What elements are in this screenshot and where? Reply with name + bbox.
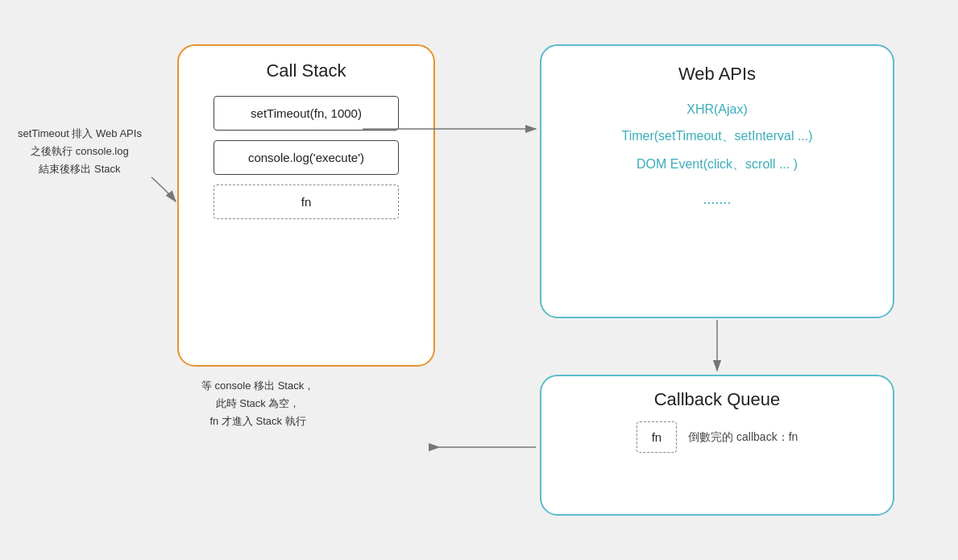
callback-fn-row: fn 倒數完的 callback：fn [637,421,798,453]
callback-label: 倒數完的 callback：fn [688,430,798,445]
annotation-bottom: 等 console 移出 Stack， 此時 Stack 為空， fn 才進入 … [201,377,314,430]
diagram-container: Call Stack setTimeout(fn, 1000) console.… [0,0,958,560]
web-api-timer: Timer(setTimeout、setInterval ...) [621,128,812,145]
stack-item-settimeout: setTimeout(fn, 1000) [214,96,399,131]
callback-fn-box: fn [637,421,678,453]
stack-item-consolelog: console.log('execute') [214,140,399,175]
call-stack-title: Call Stack [266,60,346,81]
web-api-xhr: XHR(Ajax) [686,102,748,117]
callback-queue-title: Callback Queue [654,389,781,410]
call-stack-box: Call Stack setTimeout(fn, 1000) console.… [177,44,435,367]
web-api-dom: DOM Event(click、scroll ... ) [637,156,798,173]
annotation-left: setTimeout 排入 Web APIs 之後執行 console.log … [18,125,142,178]
stack-item-fn: fn [214,185,399,219]
web-apis-title: Web APIs [678,64,756,85]
web-api-dots: ....... [703,191,731,208]
callback-queue-box: Callback Queue fn 倒數完的 callback：fn [540,375,894,516]
web-apis-box: Web APIs XHR(Ajax) Timer(setTimeout、setI… [540,44,894,318]
